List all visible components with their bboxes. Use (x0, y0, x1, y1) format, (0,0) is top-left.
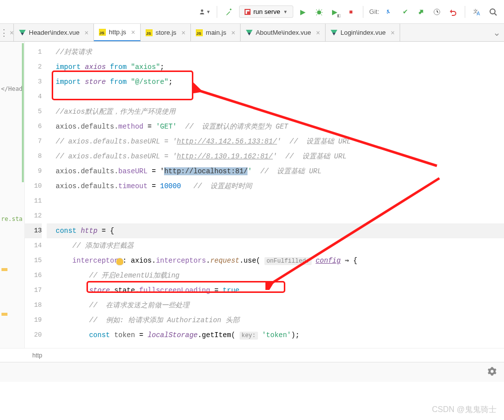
git-label: Git: (369, 8, 379, 15)
tab-overflow-dropdown[interactable]: ⌄ (489, 27, 504, 38)
vue-icon (331, 30, 337, 36)
tab-main-js[interactable]: JS main.js × (191, 24, 241, 42)
user-icon[interactable]: ▼ (199, 6, 211, 18)
editor[interactable]: </Head re.sta 1 2 3 4 5 6 7 8 9 10 11 12… (0, 42, 504, 348)
tab-label: http.js (109, 28, 126, 36)
tab-login-vue[interactable]: Login\index.vue × (326, 24, 400, 42)
git-update-icon[interactable] (383, 6, 395, 18)
debug-icon[interactable] (313, 6, 325, 18)
js-icon: JS (99, 29, 106, 36)
vue-icon (246, 30, 252, 36)
tab-label: main.js (206, 29, 226, 36)
coverage-icon[interactable]: ▶◧ (329, 6, 341, 18)
tab-label: Login\index.vue (340, 29, 386, 36)
svg-text:A: A (477, 11, 480, 16)
tab-overflow-left[interactable]: ⋮× (0, 24, 14, 42)
stop-icon[interactable]: ■ (345, 6, 357, 18)
watermark: CSDN @鬼鬼骑士 (432, 405, 497, 415)
vue-icon (19, 30, 26, 36)
tab-label: Header\index.vue (29, 29, 80, 36)
toolbar: ▼ run serve ▼ ▶ ▶◧ ■ Git: ✔ 文A (0, 0, 504, 24)
translate-icon[interactable]: 文A (471, 6, 483, 18)
gear-icon[interactable] (488, 367, 497, 377)
intention-bulb-icon[interactable] (116, 258, 123, 265)
run-config-selector[interactable]: run serve ▼ (239, 5, 293, 18)
git-history-icon[interactable] (431, 6, 443, 18)
git-commit-icon[interactable]: ✔ (399, 6, 411, 18)
run-icon[interactable]: ▶ (297, 6, 309, 18)
run-config-label: run serve (253, 8, 280, 15)
editor-tabs: ⋮× Header\index.vue × JS http.js × JS st… (0, 24, 504, 42)
close-icon[interactable]: × (231, 29, 235, 37)
close-icon[interactable]: × (181, 29, 185, 37)
line-number-gutter: 1 2 3 4 5 6 7 8 9 10 11 12 13 14 15 16 1… (25, 42, 47, 348)
inlay-gutter: </Head re.sta (0, 42, 25, 348)
tab-store-js[interactable]: JS store.js × (141, 24, 191, 42)
close-icon[interactable]: × (84, 29, 88, 37)
close-icon[interactable]: × (131, 28, 135, 36)
build-icon[interactable] (223, 6, 235, 18)
run-target-icon (245, 9, 251, 15)
svg-point-0 (317, 10, 321, 14)
tab-label: store.js (156, 29, 176, 36)
git-rollback-icon[interactable] (447, 6, 459, 18)
close-icon[interactable]: × (316, 29, 320, 37)
js-icon: JS (196, 29, 203, 36)
breadcrumb[interactable]: http (0, 348, 504, 362)
svg-point-4 (490, 9, 495, 14)
tab-http-js[interactable]: JS http.js × (94, 24, 141, 42)
tab-aboutme-vue[interactable]: AboutMe\index.vue × (241, 24, 325, 42)
js-icon: JS (146, 29, 153, 36)
breadcrumb-item[interactable]: http (32, 352, 42, 359)
tab-label: AboutMe\index.vue (255, 29, 311, 36)
status-bar (0, 362, 504, 382)
search-icon[interactable] (487, 6, 499, 18)
tab-header-vue[interactable]: Header\index.vue × (14, 24, 94, 42)
close-icon[interactable]: × (391, 29, 395, 37)
git-push-icon[interactable] (415, 6, 427, 18)
code-content[interactable]: //封装请求 import axios from "axios"; import… (47, 42, 504, 348)
